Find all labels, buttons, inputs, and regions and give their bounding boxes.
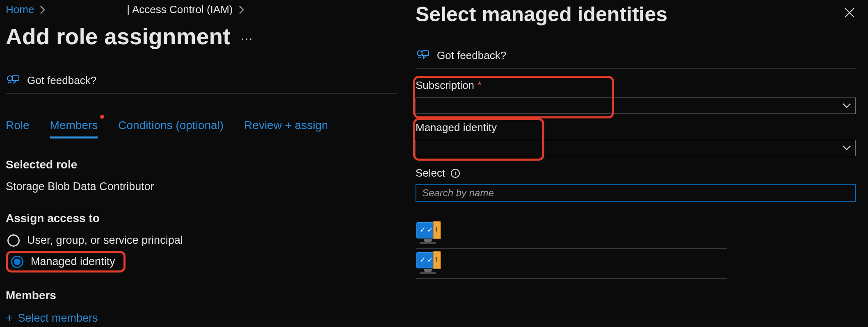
select-label: Select <box>416 167 445 179</box>
feedback-icon <box>6 73 20 87</box>
radio-label: User, group, or service principal <box>27 234 183 247</box>
svg-rect-1 <box>12 76 19 81</box>
main-content: Home | Access Control (IAM) Add role ass… <box>0 0 403 327</box>
highlight-box: Managed identity <box>6 251 126 272</box>
close-button[interactable] <box>843 2 856 19</box>
svg-point-0 <box>7 76 12 81</box>
chevron-down-icon <box>842 145 851 151</box>
attention-dot-icon <box>100 115 104 119</box>
highlight-box <box>413 118 544 161</box>
chevron-right-icon <box>40 5 46 14</box>
panel-feedback-label: Got feedback? <box>437 49 506 62</box>
radio-user-group-sp[interactable]: User, group, or service principal <box>6 232 397 248</box>
highlight-box <box>413 76 614 118</box>
chevron-right-icon <box>239 5 244 14</box>
tabs: Role Members Conditions (optional) Revie… <box>6 119 397 136</box>
managed-identity-icon: ✓✓ ! <box>416 252 444 275</box>
radio-icon <box>7 234 20 247</box>
page-title: Add role assignment <box>6 23 231 50</box>
tab-conditions[interactable]: Conditions (optional) <box>118 119 224 136</box>
breadcrumb-home[interactable]: Home <box>6 3 34 16</box>
plus-icon: + <box>6 311 13 325</box>
list-item[interactable]: ✓✓ ! <box>416 249 727 279</box>
panel-title: Select managed identities <box>416 2 667 26</box>
tab-review-assign[interactable]: Review + assign <box>244 119 328 136</box>
tab-members-label: Members <box>50 119 98 132</box>
result-list: ✓✓ ! ✓✓ ! <box>416 219 856 279</box>
radio-label: Managed identity <box>31 255 115 268</box>
radio-icon <box>11 256 23 268</box>
info-icon[interactable]: i <box>451 169 460 178</box>
list-item[interactable]: ✓✓ ! <box>416 219 727 249</box>
managed-identity-field-block: Managed identity <box>416 121 856 156</box>
svg-rect-3 <box>422 51 429 56</box>
feedback-icon <box>416 48 429 62</box>
close-icon <box>843 7 856 19</box>
tab-role[interactable]: Role <box>6 119 30 136</box>
managed-identity-icon: ✓✓ ! <box>416 222 444 245</box>
svg-point-2 <box>417 51 422 56</box>
feedback-label: Got feedback? <box>27 74 96 87</box>
select-managed-identities-panel: Select managed identities Got feedback? <box>403 0 868 327</box>
chevron-down-icon <box>842 103 851 109</box>
more-actions-icon[interactable]: ··· <box>241 28 253 45</box>
tab-members[interactable]: Members <box>50 119 98 136</box>
assign-access-radio-group: User, group, or service principal Manage… <box>6 232 397 272</box>
breadcrumb: Home | Access Control (IAM) <box>6 0 397 16</box>
search-input[interactable] <box>416 184 856 202</box>
selected-role-label: Selected role <box>6 158 397 171</box>
select-label-row: Select i <box>416 167 856 179</box>
feedback-link[interactable]: Got feedback? <box>6 73 397 93</box>
breadcrumb-access-control[interactable]: | Access Control (IAM) <box>127 3 233 16</box>
assign-access-to-label: Assign access to <box>6 212 397 225</box>
select-members-label: Select members <box>18 312 98 325</box>
subscription-field-block: Subscription* <box>416 79 856 114</box>
members-label: Members <box>6 289 397 302</box>
select-members-link[interactable]: + Select members <box>6 311 397 325</box>
radio-managed-identity[interactable]: Managed identity <box>9 254 119 270</box>
selected-role-value: Storage Blob Data Contributor <box>6 180 397 193</box>
panel-feedback-link[interactable]: Got feedback? <box>416 48 856 68</box>
